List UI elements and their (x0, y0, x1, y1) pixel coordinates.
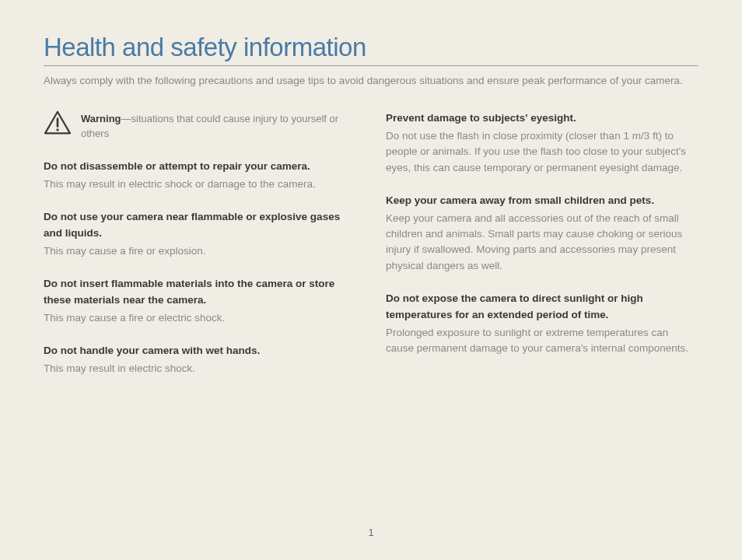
section-body: This may result in electric shock or dam… (44, 177, 356, 192)
page-title: Health and safety information (44, 33, 698, 66)
warning-row: Warning—situations that could cause inju… (44, 110, 356, 142)
section-item: Prevent damage to subjects' eyesight. Do… (386, 110, 698, 176)
content-columns: Warning—situations that could cause inju… (44, 110, 698, 394)
section-body: This may cause a fire or explosion. (44, 243, 356, 259)
section-head: Prevent damage to subjects' eyesight. (386, 110, 698, 127)
section-item: Do not use your camera near flammable or… (44, 209, 356, 259)
section-head: Do not expose the camera to direct sunli… (386, 291, 698, 324)
warning-label: Warning (81, 113, 121, 124)
section-item: Do not disassemble or attempt to repair … (44, 159, 356, 192)
right-column: Prevent damage to subjects' eyesight. Do… (386, 110, 698, 394)
left-column: Warning—situations that could cause inju… (44, 110, 356, 394)
section-body: This may cause a fire or electric shock. (44, 310, 356, 326)
section-item: Do not insert flammable materials into t… (44, 276, 356, 326)
section-head: Do not handle your camera with wet hands… (44, 343, 356, 359)
section-body: Keep your camera and all accessories out… (386, 211, 698, 274)
warning-text: Warning—situations that could cause inju… (81, 110, 356, 142)
svg-point-1 (56, 129, 58, 131)
section-body: This may result in electric shock. (44, 361, 356, 376)
warning-triangle-icon (44, 110, 72, 135)
section-head: Do not disassemble or attempt to repair … (44, 159, 356, 175)
section-body: Prolonged exposure to sunlight or extrem… (386, 325, 698, 357)
section-head: Do not use your camera near flammable or… (44, 209, 356, 242)
section-head: Keep your camera away from small childre… (386, 193, 698, 209)
page-subtitle: Always comply with the following precaut… (44, 73, 698, 89)
section-item: Keep your camera away from small childre… (386, 193, 698, 274)
section-item: Do not expose the camera to direct sunli… (386, 291, 698, 356)
section-head: Do not insert flammable materials into t… (44, 276, 356, 309)
section-item: Do not handle your camera with wet hands… (44, 343, 356, 376)
section-body: Do not use the flash in close proximity … (386, 128, 698, 176)
page-number: 1 (0, 527, 742, 538)
